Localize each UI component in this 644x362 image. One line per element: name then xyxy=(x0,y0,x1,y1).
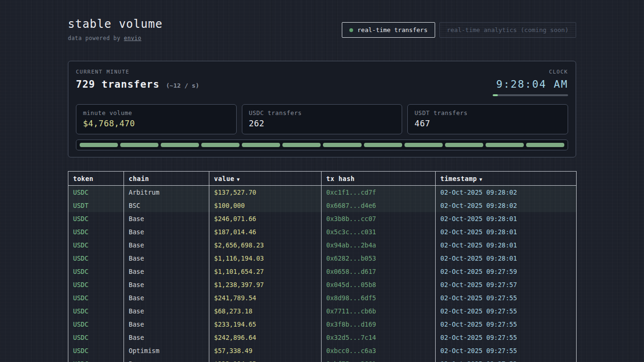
timestamp-cell: 02-Oct-2025 09:28:01 xyxy=(436,225,577,239)
tx-hash-link[interactable]: 0xbf75...3661 xyxy=(322,357,436,362)
current-minute-panel: CURRENT MINUTE 729 transfers (~12 / s) C… xyxy=(68,61,576,157)
timestamp-cell: 02-Oct-2025 09:28:01 xyxy=(436,252,577,265)
envio-link[interactable]: envio xyxy=(124,35,141,41)
value-cell: $1,116,194.03 xyxy=(209,252,322,265)
value-cell: $187,014.46 xyxy=(209,225,322,239)
table-row: USDT BSC $100,000 0x6687...d4e6 02-Oct-2… xyxy=(68,199,577,212)
chain-cell: Base xyxy=(124,357,209,362)
token-cell: USDC xyxy=(68,318,124,331)
activity-bar xyxy=(526,143,564,147)
value-cell: $100,000 xyxy=(209,199,322,212)
chain-cell: Base xyxy=(124,331,209,344)
activity-bar xyxy=(486,143,524,147)
usdt-transfers-value: 467 xyxy=(414,119,561,128)
token-cell: USDC xyxy=(68,331,124,344)
subtitle-text: data powered by xyxy=(68,35,124,41)
timestamp-cell: 02-Oct-2025 09:28:02 xyxy=(436,199,577,212)
tx-hash-link[interactable]: 0x045d...05b8 xyxy=(322,278,436,291)
timestamp-cell: 02-Oct-2025 09:27:55 xyxy=(436,344,577,357)
tx-hash-link[interactable]: 0x5c3c...c031 xyxy=(322,225,436,239)
transfers-count: 729 transfers (~12 / s) xyxy=(76,79,199,90)
stat-box-usdc-transfers: USDC transfers 262 xyxy=(242,104,403,134)
minute-progress-fill xyxy=(493,94,498,96)
activity-bar xyxy=(161,143,199,147)
activity-bar xyxy=(201,143,239,147)
timestamp-cell: 02-Oct-2025 09:28:01 xyxy=(436,239,577,252)
timestamp-cell: 02-Oct-2025 09:27:55 xyxy=(436,318,577,331)
activity-bar xyxy=(242,143,280,147)
table-row: USDC Arbitrum $137,527.70 0xc1f1...cd7f … xyxy=(68,186,577,199)
tab-realtime-analytics[interactable]: real-time analytics (coming soon) xyxy=(439,22,576,38)
column-header-timestamp[interactable]: timestamp▼ xyxy=(436,172,577,186)
usdc-transfers-value: 262 xyxy=(249,119,396,128)
current-minute-label: CURRENT MINUTE xyxy=(76,69,199,75)
table-row: USDC Base $68,273.18 0x7711...cb6b 02-Oc… xyxy=(68,304,577,318)
chain-cell: Base xyxy=(124,291,209,304)
view-tabs: real-time transfers real-time analytics … xyxy=(342,22,576,38)
table-row: USDC Base $233,194.65 0xbf75...3661 02-O… xyxy=(68,357,577,362)
value-cell: $242,896.64 xyxy=(209,331,322,344)
tx-hash-link[interactable]: 0x8d98...6df5 xyxy=(322,291,436,304)
chain-cell: Base xyxy=(124,252,209,265)
tx-hash-link[interactable]: 0x6687...d4e6 xyxy=(322,199,436,212)
value-cell: $57,338.49 xyxy=(209,344,322,357)
title-block: stable volume data powered by envio xyxy=(68,17,163,41)
token-cell: USDC xyxy=(68,278,124,291)
table-row: USDC Base $1,101,654.27 0x0658...d617 02… xyxy=(68,265,577,278)
transfers-table: token chain value▼ tx hash timestamp▼ US… xyxy=(68,171,577,362)
timestamp-cell: 02-Oct-2025 09:27:53 xyxy=(436,357,577,362)
tx-hash-link[interactable]: 0x0658...d617 xyxy=(322,265,436,278)
timestamp-cell: 02-Oct-2025 09:27:59 xyxy=(436,265,577,278)
token-cell: USDC xyxy=(68,344,124,357)
timestamp-cell: 02-Oct-2025 09:27:55 xyxy=(436,304,577,318)
token-cell: USDC xyxy=(68,225,124,239)
timestamp-cell: 02-Oct-2025 09:27:57 xyxy=(436,278,577,291)
table-row: USDC Optimism $57,338.49 0xbcc0...c6a3 0… xyxy=(68,344,577,357)
chain-cell: Optimism xyxy=(124,344,209,357)
timestamp-cell: 02-Oct-2025 09:27:55 xyxy=(436,331,577,344)
minute-progress-bar xyxy=(493,94,568,96)
tx-hash-link[interactable]: 0x6282...b053 xyxy=(322,252,436,265)
chain-cell: Arbitrum xyxy=(124,186,209,199)
clock-time: 9:28:04 AM xyxy=(493,78,568,90)
value-cell: $233,194.65 xyxy=(209,318,322,331)
value-cell: $137,527.70 xyxy=(209,186,322,199)
value-cell: $233,194.65 xyxy=(209,357,322,362)
chain-cell: Base xyxy=(124,212,209,225)
page: stable volume data powered by envio real… xyxy=(0,0,644,362)
activity-bar xyxy=(323,143,361,147)
minute-volume-value: $4,768,470 xyxy=(83,119,230,128)
subtitle: data powered by envio xyxy=(68,35,163,41)
tab-realtime-transfers[interactable]: real-time transfers xyxy=(342,22,435,38)
table-row: USDC Base $233,194.65 0x3f8b...d169 02-O… xyxy=(68,318,577,331)
tx-hash-link[interactable]: 0x94ab...2b4a xyxy=(322,239,436,252)
column-header-value[interactable]: value▼ xyxy=(209,172,322,186)
stat-boxes: minute volume $4,768,470 USDC transfers … xyxy=(76,104,568,134)
tx-hash-link[interactable]: 0x7711...cb6b xyxy=(322,304,436,318)
tx-hash-link[interactable]: 0xc1f1...cd7f xyxy=(322,186,436,199)
column-header-tx-hash: tx hash xyxy=(322,172,436,186)
stat-box-minute-volume: minute volume $4,768,470 xyxy=(76,104,237,134)
chain-cell: Base xyxy=(124,318,209,331)
tx-hash-link[interactable]: 0x3b8b...cc07 xyxy=(322,212,436,225)
column-header-token: token xyxy=(68,172,124,186)
activity-bar xyxy=(405,143,443,147)
sort-desc-icon: ▼ xyxy=(237,177,240,182)
activity-bar xyxy=(80,143,118,147)
table-row: USDC Base $246,071.66 0x3b8b...cc07 02-O… xyxy=(68,212,577,225)
chain-cell: Base xyxy=(124,239,209,252)
table-header-row: token chain value▼ tx hash timestamp▼ xyxy=(68,172,577,186)
table-row: USDC Base $187,014.46 0x5c3c...c031 02-O… xyxy=(68,225,577,239)
column-header-chain: chain xyxy=(124,172,209,186)
value-cell: $1,101,654.27 xyxy=(209,265,322,278)
token-cell: USDC xyxy=(68,304,124,318)
chain-cell: Base xyxy=(124,265,209,278)
transfers-stat: CURRENT MINUTE 729 transfers (~12 / s) xyxy=(76,69,199,90)
tx-hash-link[interactable]: 0xbcc0...c6a3 xyxy=(322,344,436,357)
tx-hash-link[interactable]: 0x32d5...7c14 xyxy=(322,331,436,344)
tx-hash-link[interactable]: 0x3f8b...d169 xyxy=(322,318,436,331)
token-cell: USDT xyxy=(68,199,124,212)
clock-label: CLOCK xyxy=(493,69,568,75)
token-cell: USDC xyxy=(68,252,124,265)
chain-cell: BSC xyxy=(124,199,209,212)
